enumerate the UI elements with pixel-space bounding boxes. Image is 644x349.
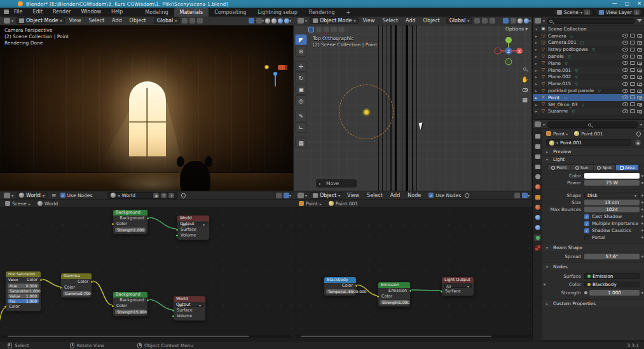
chevron-down-icon[interactable]: ▾	[640, 122, 642, 127]
animate-dot[interactable]	[641, 216, 643, 217]
node-background-2[interactable]: Background Background Color Strength15.0…	[113, 291, 148, 317]
disable-viewport-icon[interactable]	[630, 61, 635, 65]
horizontal-scrollbar[interactable]	[296, 335, 531, 338]
menu-select[interactable]: Select	[85, 18, 108, 24]
tab-tool[interactable]	[534, 133, 541, 139]
disable-viewport-icon[interactable]	[630, 89, 635, 93]
output-socket[interactable]	[146, 217, 149, 220]
filter-icon[interactable]	[637, 19, 642, 22]
hide-viewport-icon[interactable]	[622, 61, 628, 65]
mode-transfer-icon-2[interactable]	[316, 27, 322, 32]
output-socket[interactable]	[90, 280, 93, 284]
hide-viewport-icon[interactable]	[622, 41, 628, 44]
menu-object[interactable]: Object	[420, 18, 444, 24]
disable-render-icon[interactable]	[637, 96, 642, 99]
animate-dot[interactable]	[641, 256, 643, 257]
horizontal-scrollbar[interactable]	[1, 335, 291, 338]
menu-add[interactable]: Add	[402, 18, 420, 24]
tab-view-layer[interactable]	[534, 163, 541, 170]
hide-viewport-icon[interactable]	[622, 34, 628, 38]
mode-selector[interactable]: Object Mode ▾	[310, 17, 359, 24]
camera-view-icon[interactable]	[521, 85, 529, 93]
outliner-row-podklad-pod-panele[interactable]: ▸▽ podklad pod panele▽	[533, 87, 644, 94]
proportional-edit-icon[interactable]	[490, 18, 495, 24]
tool-scale[interactable]: ▣	[295, 84, 307, 95]
input-socket-surface[interactable]	[172, 309, 175, 312]
output-socket[interactable]	[355, 284, 358, 287]
menu-select[interactable]: Select	[363, 193, 387, 198]
tab-light-data-active[interactable]	[534, 235, 541, 241]
disable-viewport-icon[interactable]	[630, 109, 635, 113]
strength-slider[interactable]: Strength1.000	[380, 300, 408, 305]
world-node-editor[interactable]: Background Background Color Strength1.00…	[0, 208, 293, 338]
menu-view[interactable]: View	[343, 193, 363, 198]
menu-window[interactable]: Window	[76, 8, 106, 17]
node-title[interactable]: Blackbody	[324, 277, 356, 283]
tool-rotate[interactable]: ↻	[295, 72, 307, 83]
input-socket-color[interactable]	[111, 305, 114, 308]
shader-type-selector[interactable]: World ▾	[16, 192, 48, 199]
maximize-button[interactable]: ▢	[625, 0, 630, 8]
workspace-tab-lightning-setup[interactable]: Lightning setup	[252, 8, 303, 17]
copy-datablock-button[interactable]: ⧉	[161, 193, 167, 198]
max-bounces-slider[interactable]: 1024	[584, 207, 640, 212]
outliner-row-suzanne[interactable]: ▸▽ Suzanne▽	[533, 108, 644, 115]
portal-checkbox[interactable]	[584, 235, 589, 240]
use-nodes-checkbox[interactable]: ✓	[60, 193, 65, 198]
unlink-datablock-button[interactable]: ✕	[168, 193, 174, 198]
editor-type-outliner-icon[interactable]	[535, 18, 541, 24]
tab-modifiers[interactable]	[534, 224, 541, 231]
hide-viewport-icon[interactable]	[622, 55, 628, 58]
tab-object[interactable]	[534, 194, 541, 200]
mode-transfer-icon-3[interactable]	[324, 27, 329, 32]
surface-node-button[interactable]: Emission	[584, 273, 640, 279]
menu-edit[interactable]: Edit	[27, 8, 48, 17]
fake-user-button[interactable]: ◉	[635, 140, 641, 146]
tab-world[interactable]	[534, 184, 541, 190]
node-world-output-1[interactable]: World Output All▾ Surface Volume	[177, 215, 210, 240]
node-title[interactable]: Gamma	[61, 273, 92, 279]
light-type-spot[interactable]: Spot	[594, 165, 617, 170]
disable-viewport-icon[interactable]	[630, 68, 635, 72]
shape-dropdown[interactable]: Disk▾	[584, 193, 640, 198]
node-title[interactable]: World Output	[177, 216, 209, 221]
hide-viewport-icon[interactable]	[622, 102, 628, 106]
snap-magnet-icon[interactable]	[189, 18, 195, 24]
disable-render-icon[interactable]	[637, 76, 642, 79]
panel-custom-properties[interactable]: ▸Custom Properties	[542, 299, 644, 307]
animate-dot[interactable]	[641, 209, 643, 210]
point-light-object[interactable]	[364, 109, 369, 115]
zoom-icon[interactable]	[521, 65, 529, 73]
disable-render-icon[interactable]	[637, 62, 642, 65]
animate-dot[interactable]	[641, 236, 643, 238]
node-title[interactable]: World Output	[174, 296, 205, 302]
shading-solid-icon[interactable]	[524, 18, 529, 24]
disable-viewport-icon[interactable]	[630, 34, 635, 38]
path-light[interactable]: Point.001	[336, 201, 358, 207]
animate-dot[interactable]	[641, 229, 643, 231]
pivot-point-icon[interactable]	[474, 18, 480, 24]
editor-type-3dview-icon[interactable]	[4, 18, 10, 24]
app-menu-icon[interactable]	[4, 10, 9, 14]
menu-node[interactable]: Node	[404, 193, 425, 198]
overlay-toggle-icon[interactable]	[522, 193, 528, 198]
disable-render-icon[interactable]	[637, 34, 642, 38]
outliner-search-input[interactable]	[547, 18, 635, 24]
input-socket-volume[interactable]	[175, 234, 179, 237]
proportional-edit-icon[interactable]	[197, 18, 203, 24]
pin-icon[interactable]	[181, 192, 187, 198]
hide-viewport-icon[interactable]	[622, 48, 628, 51]
node-world-output-2[interactable]: World Output All▾ Surface Volume	[173, 296, 206, 321]
disable-render-icon[interactable]	[637, 83, 642, 86]
node-title[interactable]: Hue Saturation Value	[6, 271, 41, 277]
transform-orientation[interactable]: Global ▾	[154, 17, 181, 24]
disable-render-icon[interactable]	[637, 90, 642, 93]
multiple-importance-checkbox[interactable]: ✓	[584, 221, 589, 226]
panel-light[interactable]: ▾Light	[542, 155, 644, 163]
menu-add[interactable]: Add	[108, 18, 126, 24]
tool-measure[interactable]: ∟	[295, 122, 307, 133]
color-node-button[interactable]: Blackbody	[584, 282, 640, 287]
fake-user-button[interactable]: ◉	[153, 193, 159, 198]
tool-cursor[interactable]: ⊕	[295, 46, 307, 57]
collapsed-menus-icon[interactable]: ≡	[51, 192, 57, 198]
